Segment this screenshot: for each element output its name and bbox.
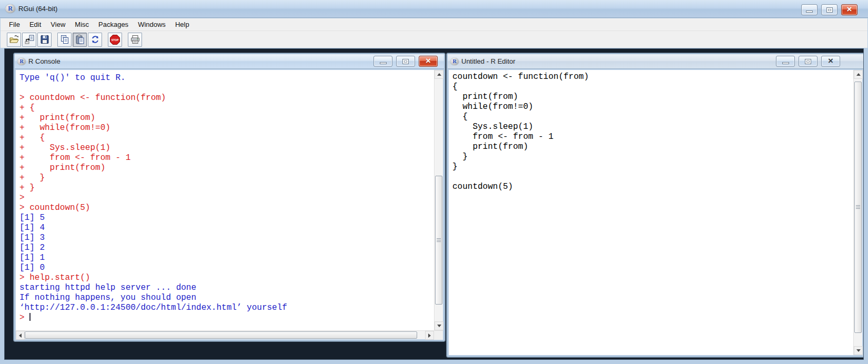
open-folder-icon	[9, 34, 19, 45]
editor-line: {	[452, 112, 853, 122]
console-vertical-scrollbar[interactable]	[434, 70, 443, 330]
scrollbar-thumb[interactable]	[435, 176, 442, 304]
editor-line: {	[452, 82, 853, 92]
editor-maximize-button[interactable]	[799, 56, 817, 67]
close-button[interactable]: ×	[841, 4, 857, 15]
console-minimize-button[interactable]	[374, 56, 392, 67]
minimize-button[interactable]	[801, 4, 817, 15]
load-workspace-button[interactable]	[22, 33, 36, 47]
console-line: Type 'q()' to quit R.	[19, 73, 434, 83]
stop-sign-icon: STOP	[109, 34, 120, 45]
menu-view[interactable]: View	[46, 19, 70, 30]
close-icon: ×	[847, 5, 852, 14]
copy-and-paste-button[interactable]	[88, 33, 102, 47]
console-horizontal-scrollbar[interactable]	[16, 330, 443, 339]
menu-edit[interactable]: Edit	[25, 19, 46, 30]
r-logo-icon: R	[5, 4, 15, 13]
menu-windows[interactable]: Windows	[133, 19, 170, 30]
scroll-up-button[interactable]	[435, 70, 443, 79]
console-line: + print(from)	[19, 113, 434, 123]
console-line: + }	[19, 183, 434, 193]
thumb-grip-icon	[856, 204, 860, 210]
console-line: + print(from)	[19, 163, 434, 173]
console-line: ‘http://127.0.0.1:24500/doc/html/index.h…	[19, 303, 434, 313]
paste-icon	[75, 34, 85, 45]
minimize-icon	[782, 62, 789, 64]
console-line: + {	[19, 103, 434, 113]
console-line: + }	[19, 173, 434, 183]
editor-text-area[interactable]: countdown <- function(from){ print(from)…	[449, 70, 853, 355]
console-text-area[interactable]: Type 'q()' to quit R.> countdown <- func…	[16, 70, 434, 330]
arrow-up-icon	[437, 73, 441, 76]
open-script-button[interactable]	[7, 33, 21, 47]
editor-line: countdown <- function(from)	[452, 72, 853, 82]
menu-file[interactable]: File	[4, 19, 25, 30]
editor-line: print(from)	[452, 142, 853, 152]
menu-help[interactable]: Help	[170, 19, 194, 30]
stop-button[interactable]: STOP	[108, 33, 122, 47]
scrollbar-thumb[interactable]	[25, 331, 417, 339]
editor-line	[452, 172, 853, 182]
scroll-right-button[interactable]	[425, 331, 434, 340]
console-line: > countdown(5)	[19, 203, 434, 213]
copy-button[interactable]	[57, 33, 72, 47]
svg-text:STOP: STOP	[112, 38, 119, 41]
scrollbar-track[interactable]	[854, 79, 862, 346]
console-line: + while(from!=0)	[19, 123, 434, 133]
console-line: [1] 5	[19, 213, 434, 223]
console-line: starting httpd help server ... done	[19, 283, 434, 293]
scrollbar-thumb[interactable]	[854, 82, 862, 333]
console-line: > help.start()	[19, 273, 434, 283]
scroll-down-button[interactable]	[854, 346, 863, 355]
console-line: [1] 4	[19, 223, 434, 233]
close-icon: ×	[828, 56, 833, 65]
scrollbar-track[interactable]	[435, 79, 443, 321]
scroll-up-button[interactable]	[854, 70, 863, 79]
maximize-button[interactable]	[821, 4, 837, 15]
editor-close-button[interactable]: ×	[821, 56, 840, 67]
console-title-bar[interactable]: R R Console ×	[15, 54, 444, 69]
editor-line: }	[452, 162, 853, 172]
thumb-grip-icon	[437, 237, 441, 243]
mdi-area: R R Console × Type 'q()' to quit R.> cou…	[4, 48, 864, 360]
editor-line: countdown(5)	[452, 182, 853, 192]
minimize-icon	[806, 11, 813, 13]
screen: R RGui (64-bit) × FileEditViewMiscPackag…	[0, 0, 868, 364]
text-cursor	[29, 313, 31, 321]
refresh-arrows-icon	[90, 34, 100, 45]
console-window: R R Console × Type 'q()' to quit R.> cou…	[14, 53, 445, 341]
r-logo-icon: R	[450, 58, 459, 65]
console-line: [1] 3	[19, 233, 434, 243]
title-bar[interactable]: R RGui (64-bit) ×	[0, 0, 868, 18]
printer-icon	[130, 34, 140, 45]
editor-line: while(from!=0)	[452, 102, 853, 112]
editor-window: R Untitled - R Editor × countdown <- fun…	[447, 53, 864, 357]
scroll-down-button[interactable]	[435, 321, 443, 330]
close-icon: ×	[426, 56, 431, 65]
editor-minimize-button[interactable]	[776, 56, 795, 67]
print-button[interactable]	[128, 33, 142, 47]
arrow-down-icon	[856, 349, 861, 352]
arrow-up-icon	[856, 73, 861, 76]
app-window: R RGui (64-bit) × FileEditViewMiscPackag…	[0, 0, 868, 364]
console-maximize-button[interactable]	[396, 56, 415, 67]
copy-icon	[59, 34, 70, 45]
toolbar: STOP	[1, 31, 867, 48]
editor-title-bar[interactable]: R Untitled - R Editor ×	[448, 54, 863, 69]
console-title: R Console	[28, 57, 60, 65]
scroll-left-button[interactable]	[16, 331, 25, 340]
arrow-left-icon	[19, 333, 22, 338]
editor-line: from <- from - 1	[452, 132, 853, 142]
save-workspace-button[interactable]	[37, 33, 52, 47]
console-line	[19, 83, 434, 93]
paste-button[interactable]	[73, 33, 87, 47]
console-line: >	[19, 193, 434, 203]
scrollbar-track[interactable]	[25, 331, 425, 339]
menu-misc[interactable]: Misc	[70, 19, 94, 30]
editor-vertical-scrollbar[interactable]	[853, 70, 862, 355]
save-icon	[39, 34, 50, 45]
menu-packages[interactable]: Packages	[94, 19, 133, 30]
maximize-icon	[805, 59, 811, 64]
console-close-button[interactable]: ×	[419, 56, 438, 67]
load-workspace-icon	[24, 34, 35, 45]
